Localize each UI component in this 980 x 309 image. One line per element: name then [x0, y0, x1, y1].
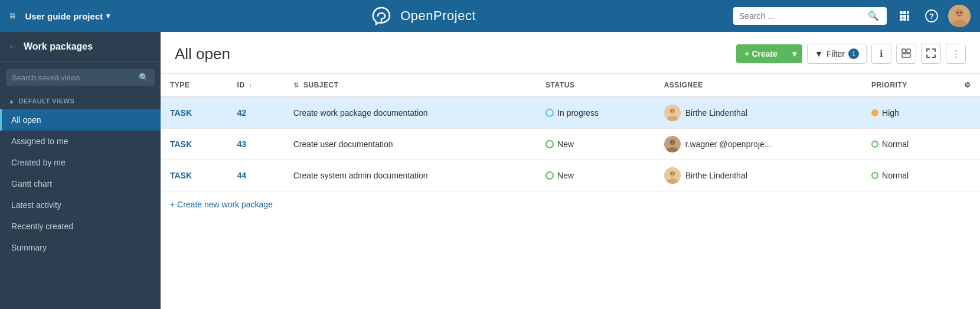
grid-apps-icon[interactable] [894, 5, 915, 27]
svg-point-33 [671, 173, 672, 174]
assignee-cell: Birthe Lindenthal [664, 167, 852, 184]
svg-rect-7 [900, 18, 903, 21]
sidebar-search-input[interactable] [12, 73, 135, 82]
create-dropdown-icon[interactable]: ▾ [786, 44, 802, 63]
layout-button[interactable] [896, 44, 916, 64]
create-new-work-package-link[interactable]: + Create new work package [161, 191, 980, 217]
sidebar-item-summary[interactable]: Summary [0, 237, 161, 258]
assignee-avatar [664, 167, 681, 184]
page-title: All open [175, 45, 230, 63]
svg-rect-1 [900, 11, 903, 14]
sidebar-back-button[interactable]: ← [8, 41, 18, 52]
col-id-sort-icon: ↑ [249, 82, 252, 89]
sidebar-section-header[interactable]: ▲ DEFAULT VIEWS [0, 93, 161, 109]
expand-button[interactable] [921, 44, 941, 64]
col-status-label: STATUS [545, 81, 574, 89]
more-options-button[interactable]: ⋮ [946, 44, 966, 64]
cell-id: 42 [228, 97, 284, 129]
col-status[interactable]: STATUS [536, 74, 655, 97]
sidebar-item-label: Latest activity [11, 200, 61, 210]
cell-status: New [536, 129, 655, 160]
sidebar-item-gantt-chart[interactable]: Gantt chart [0, 173, 161, 194]
status-dot-icon [545, 109, 554, 117]
work-packages-table-container: TYPE ID ↑ ⇅ SUBJECT STATUS [161, 74, 980, 309]
hamburger-menu-icon[interactable]: ≡ [9, 10, 16, 22]
task-subject: Create system admin documentation [293, 171, 428, 180]
assignee-name: r.wagner @openproje... [685, 139, 772, 149]
svg-rect-8 [903, 18, 906, 21]
create-button[interactable]: + Create ▾ [736, 44, 802, 63]
sidebar-section-label: DEFAULT VIEWS [18, 97, 74, 105]
sidebar-item-label: Recently created [11, 222, 73, 231]
col-priority[interactable]: PRIORITY [862, 74, 954, 97]
content-header: All open + Create ▾ ▼ Filter 1 ℹ [161, 32, 980, 74]
sidebar-item-recently-created[interactable]: Recently created [0, 216, 161, 237]
task-type-link[interactable]: TASK [170, 171, 192, 180]
svg-rect-18 [907, 49, 910, 53]
sidebar-search-box[interactable]: 🔍 [6, 69, 155, 86]
status-label: New [557, 171, 574, 180]
cell-id: 44 [228, 160, 284, 191]
filter-funnel-icon: ▼ [815, 49, 823, 58]
col-type[interactable]: TYPE [161, 74, 228, 97]
nav-icons-group: ? [894, 5, 971, 27]
filter-count-badge: 1 [848, 48, 859, 59]
info-icon: ℹ [880, 48, 883, 59]
sidebar-item-label: Created by me [11, 158, 66, 167]
svg-point-34 [673, 173, 674, 174]
more-icon: ⋮ [952, 48, 961, 59]
status-badge: New [545, 171, 645, 180]
svg-point-21 [669, 108, 675, 114]
col-subject-label: SUBJECT [303, 81, 339, 89]
col-id[interactable]: ID ↑ [228, 74, 284, 97]
status-label: New [557, 139, 574, 149]
sidebar-item-label: Summary [11, 243, 47, 252]
svg-point-28 [671, 142, 672, 143]
svg-point-16 [961, 12, 962, 14]
help-icon[interactable]: ? [921, 5, 942, 27]
user-avatar[interactable] [948, 5, 971, 27]
filter-button[interactable]: ▼ Filter 1 [807, 44, 867, 64]
cell-subject: Create system admin documentation [284, 160, 536, 191]
assignee-name: Birthe Lindenthal [685, 171, 747, 180]
cell-assignee: r.wagner @openproje... [655, 129, 862, 160]
task-type-link[interactable]: TASK [170, 139, 192, 149]
sidebar-item-label: Assigned to me [11, 136, 68, 146]
svg-rect-6 [907, 15, 909, 18]
priority-label: Normal [882, 139, 909, 149]
table-header-row: TYPE ID ↑ ⇅ SUBJECT STATUS [161, 74, 980, 97]
cell-type: TASK [161, 97, 228, 129]
col-settings[interactable]: ⚙ [955, 74, 981, 97]
cell-assignee: Birthe Lindenthal [655, 97, 862, 129]
svg-rect-4 [900, 15, 903, 18]
cell-settings [955, 97, 981, 129]
cell-priority: Normal [862, 160, 954, 191]
col-priority-label: PRIORITY [871, 81, 907, 89]
info-button[interactable]: ℹ [871, 44, 891, 64]
sidebar-item-created-by-me[interactable]: Created by me [0, 152, 161, 173]
task-id-link[interactable]: 43 [237, 139, 247, 149]
task-id-link[interactable]: 44 [237, 171, 247, 180]
status-label: In progress [557, 108, 599, 118]
global-search-box[interactable]: 🔍 [733, 7, 887, 25]
sidebar-item-all-open[interactable]: All open [0, 109, 161, 131]
priority-badge: Normal [871, 139, 945, 149]
col-assignee[interactable]: ASSIGNEE [655, 74, 862, 97]
cell-priority: Normal [862, 129, 954, 160]
sidebar-item-assigned-to-me[interactable]: Assigned to me [0, 131, 161, 152]
create-new-label: + Create new work package [170, 200, 273, 209]
table-row: TASK 42 Create work package documentatio… [161, 97, 980, 129]
task-type-link[interactable]: TASK [170, 108, 192, 118]
sidebar-item-latest-activity[interactable]: Latest activity [0, 194, 161, 216]
priority-badge: High [871, 108, 945, 118]
col-subject-sort-icon: ⇅ [293, 82, 299, 89]
col-type-label: TYPE [170, 81, 190, 89]
project-selector[interactable]: User guide project ▾ [25, 11, 110, 21]
col-subject[interactable]: ⇅ SUBJECT [284, 74, 536, 97]
task-subject: Create user documentation [293, 139, 393, 149]
task-subject: Create work package documentation [293, 108, 428, 118]
task-id-link[interactable]: 42 [237, 108, 247, 118]
svg-rect-3 [907, 11, 909, 14]
global-search-input[interactable] [739, 11, 863, 21]
filter-label: Filter [827, 49, 845, 58]
